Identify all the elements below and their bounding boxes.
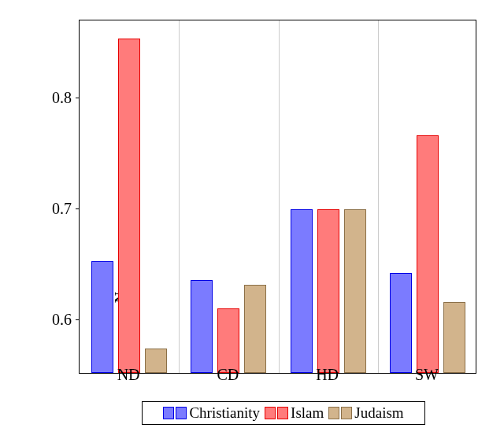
sentiment-bar-chart: Negative sentiment probability 0.60.70.8…	[8, 8, 496, 433]
plot-area: 0.60.70.8	[79, 20, 476, 374]
bar-judaism-SW	[443, 302, 465, 373]
legend-item-judaism: Judaism	[328, 404, 403, 422]
bar-judaism-ND	[145, 349, 167, 373]
x-tick-label: HD	[316, 366, 339, 384]
grid-line	[279, 20, 280, 373]
bar-christianity-SW	[390, 273, 412, 373]
legend-label: Christianity	[189, 404, 260, 422]
x-tick-label: SW	[415, 366, 439, 384]
legend-item-christianity: Christianity	[163, 404, 260, 422]
legend-label: Islam	[291, 404, 324, 422]
legend-swatch	[265, 407, 288, 419]
bar-christianity-HD	[291, 209, 313, 373]
y-tick-label: 0.6	[32, 310, 72, 328]
bar-christianity-CD	[191, 280, 213, 373]
bar-christianity-ND	[91, 261, 113, 373]
legend-swatch	[328, 407, 352, 419]
grid-line	[179, 20, 180, 373]
bar-islam-ND	[118, 39, 140, 373]
bar-judaism-CD	[244, 285, 266, 374]
y-tick-label: 0.7	[32, 200, 72, 218]
x-tick-label: CD	[217, 366, 239, 384]
y-tick-label: 0.8	[32, 89, 72, 107]
x-tick-label: ND	[117, 366, 140, 384]
legend: ChristianityIslamJudaism	[142, 401, 425, 425]
legend-item-islam: Islam	[265, 404, 324, 422]
bar-judaism-HD	[344, 209, 366, 373]
legend-swatch	[163, 407, 187, 419]
bar-islam-SW	[417, 135, 439, 373]
grid-line	[378, 20, 379, 373]
bar-islam-HD	[317, 209, 339, 373]
legend-label: Judaism	[354, 404, 403, 422]
bar-islam-CD	[217, 308, 239, 373]
